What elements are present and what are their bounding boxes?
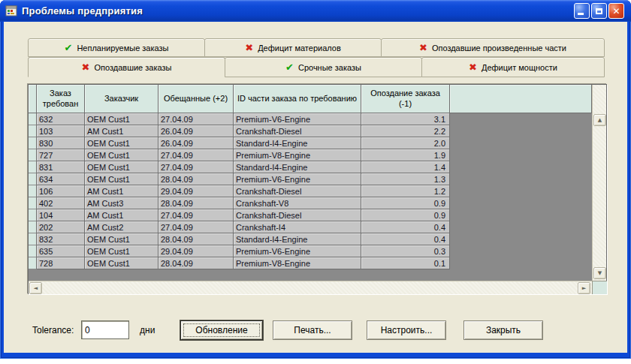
table-cell: 1.2 <box>361 185 450 197</box>
row-gutter <box>29 233 37 245</box>
table-cell: Premium-V6-Engine <box>234 113 361 125</box>
refresh-button-label: Обновление <box>195 325 247 335</box>
horizontal-scrollbar[interactable]: ◄ ► <box>29 281 592 294</box>
table-row[interactable]: 635OEM Cust129.04.09Premium-V6-Engine0.3 <box>29 245 592 257</box>
tab-label: Опоздавшие произведенные части <box>432 44 566 53</box>
tab-unplanned-orders[interactable]: ✔Непланируемые заказы <box>28 38 205 57</box>
row-gutter <box>29 197 37 209</box>
row-gutter <box>29 221 37 233</box>
table-row[interactable]: 106AM Cust129.04.09Crankshaft-Diesel1.2 <box>29 185 592 197</box>
tab-urgent-orders[interactable]: ✔Срочные заказы <box>225 57 422 77</box>
row-gutter <box>29 209 37 221</box>
table-cell: 27.04.09 <box>159 209 234 221</box>
scroll-right-icon[interactable]: ► <box>578 282 590 294</box>
table-cell: 29.04.09 <box>159 245 234 257</box>
orders-grid: Заказ требованЗаказчикОбещанные (+2)ID ч… <box>28 84 607 294</box>
table-row[interactable]: 402AM Cust328.04.09Crankshaft-V80.9 <box>29 197 592 209</box>
table-row[interactable]: 103AM Cust126.04.09Crankshaft-Diesel2.2 <box>29 125 592 137</box>
close-button-label: Закрыть <box>486 325 521 335</box>
tab-late-produced-parts[interactable]: ✖Опоздавшие произведенные части <box>381 38 605 57</box>
table-cell: OEM Cust1 <box>85 257 159 269</box>
minimize-button[interactable] <box>574 3 590 19</box>
column-header[interactable]: Заказ требован <box>37 85 85 113</box>
tab-label: Дефицит мощности <box>482 63 557 72</box>
table-cell: 2.2 <box>361 125 450 137</box>
table-cell: OEM Cust1 <box>85 233 159 245</box>
check-icon: ✔ <box>285 62 294 72</box>
table-cell: 831 <box>37 161 85 173</box>
table-cell: 0.4 <box>361 233 450 245</box>
table-cell: Premium-V8-Engine <box>234 149 361 161</box>
tab-material-shortage[interactable]: ✖Дефицит материалов <box>204 38 382 57</box>
table-cell: AM Cust1 <box>85 209 159 221</box>
vertical-scrollbar[interactable]: ▲ ▼ <box>592 85 606 281</box>
table-cell: Standard-I4-Engine <box>234 137 361 149</box>
print-button[interactable]: Печать... <box>273 320 352 340</box>
grid-body: 632OEM Cust127.04.09Premium-V6-Engine3.1… <box>29 113 592 281</box>
table-row[interactable]: 634OEM Cust128.04.09Premium-V6-Engine1.3 <box>29 173 592 185</box>
tab-label: Срочные заказы <box>298 63 361 72</box>
configure-button[interactable]: Настроить... <box>367 320 446 340</box>
tab-label: Опоздавшие заказы <box>94 63 171 72</box>
table-cell: 27.04.09 <box>159 221 234 233</box>
table-cell: Standard-I4-Engine <box>234 233 361 245</box>
table-cell: OEM Cust1 <box>85 113 159 125</box>
cross-icon: ✖ <box>419 43 427 53</box>
tab-capacity-shortage[interactable]: ✖Дефицит мощности <box>421 57 605 77</box>
table-cell: OEM Cust1 <box>85 245 159 257</box>
tolerance-input[interactable] <box>81 320 129 339</box>
table-cell: OEM Cust1 <box>85 137 159 149</box>
table-cell: 0.4 <box>361 221 450 233</box>
table-row[interactable]: 831OEM Cust127.04.09Standard-I4-Engine1.… <box>29 161 592 173</box>
column-header[interactable]: Обещанные (+2) <box>159 85 234 113</box>
tab-label: Непланируемые заказы <box>77 44 168 53</box>
table-cell: 727 <box>37 149 85 161</box>
tolerance-unit-label: дни <box>140 325 155 335</box>
cross-icon: ✖ <box>82 62 90 72</box>
table-row[interactable]: 104AM Cust127.04.09Crankshaft-Diesel0.9 <box>29 209 592 221</box>
table-cell: AM Cust2 <box>85 221 159 233</box>
table-row[interactable]: 632OEM Cust127.04.09Premium-V6-Engine3.1 <box>29 113 592 125</box>
table-row[interactable]: 728OEM Cust128.04.09Premium-V8-Engine0.1 <box>29 257 592 269</box>
close-button[interactable]: Закрыть <box>463 320 543 340</box>
scroll-down-icon[interactable]: ▼ <box>593 267 606 279</box>
table-cell: 0.9 <box>361 209 450 221</box>
table-cell: OEM Cust1 <box>85 161 159 173</box>
row-gutter <box>29 125 37 137</box>
tab-label: Дефицит материалов <box>258 44 341 53</box>
scroll-up-icon[interactable]: ▲ <box>593 114 606 126</box>
table-cell: 104 <box>37 209 85 221</box>
titlebar[interactable]: Проблемы предприятия ✕ <box>0 0 631 22</box>
table-cell: 2.0 <box>361 137 450 149</box>
column-header[interactable] <box>450 85 592 113</box>
column-header[interactable]: Заказчик <box>85 85 159 113</box>
tab-late-orders[interactable]: ✖Опоздавшие заказы <box>28 57 225 77</box>
table-cell: 28.04.09 <box>159 233 234 245</box>
dialog-body: ✔Непланируемые заказы✖Дефицит материалов… <box>4 22 627 353</box>
table-cell: 202 <box>37 221 85 233</box>
row-gutter <box>29 161 37 173</box>
close-window-button[interactable]: ✕ <box>608 3 624 19</box>
column-header[interactable]: Опоздание заказа (-1) <box>361 85 450 113</box>
row-gutter <box>29 185 37 197</box>
table-cell: AM Cust1 <box>85 185 159 197</box>
table-row[interactable]: 832OEM Cust128.04.09Standard-I4-Engine0.… <box>29 233 592 245</box>
grid-header: Заказ требованЗаказчикОбещанные (+2)ID ч… <box>29 85 592 113</box>
table-row[interactable]: 830OEM Cust126.04.09Standard-I4-Engine2.… <box>29 137 592 149</box>
cross-icon: ✖ <box>469 62 477 72</box>
maximize-button[interactable] <box>591 3 607 19</box>
table-row[interactable]: 202AM Cust227.04.09Crankshaft-I40.4 <box>29 221 592 233</box>
scrollbar-corner <box>592 281 607 294</box>
configure-button-label: Настроить... <box>381 325 433 335</box>
column-header[interactable]: ID части заказа по требованию <box>234 85 361 113</box>
table-cell: Premium-V6-Engine <box>234 173 361 185</box>
table-cell: 28.04.09 <box>159 173 234 185</box>
scroll-left-icon[interactable]: ◄ <box>29 282 42 294</box>
table-cell: Crankshaft-I4 <box>234 221 361 233</box>
table-cell: 26.04.09 <box>159 125 234 137</box>
table-cell: 28.04.09 <box>159 257 234 269</box>
refresh-button[interactable]: Обновление <box>180 320 263 340</box>
table-cell: Standard-I4-Engine <box>234 161 361 173</box>
table-cell: Crankshaft-Diesel <box>234 209 361 221</box>
table-row[interactable]: 727OEM Cust127.04.09Premium-V8-Engine1.9 <box>29 149 592 161</box>
